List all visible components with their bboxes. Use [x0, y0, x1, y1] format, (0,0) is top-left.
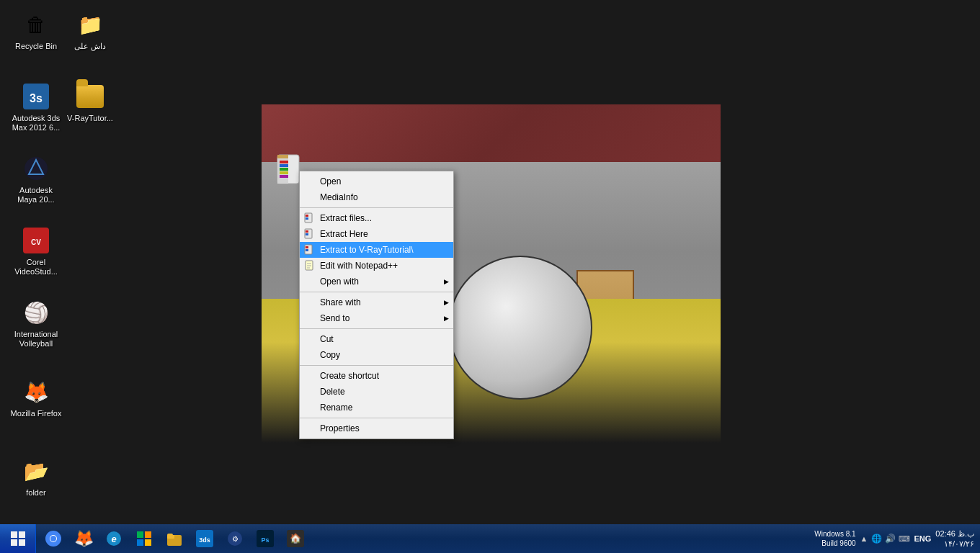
properties-label: Properties [320, 423, 360, 433]
desktop-icon-recycle-bin[interactable]: 🗑 Recycle Bin [7, 7, 65, 54]
desktop-icon-maya[interactable]: Autodesk Maya 20... [7, 151, 65, 207]
windows-build: Build 9600 [814, 539, 855, 548]
folder-arabic-label: داش علی [74, 42, 106, 51]
menu-item-rename[interactable]: Rename [300, 400, 453, 415]
menu-separator-5 [300, 418, 453, 418]
volume-icon: 🔊 [885, 534, 896, 544]
taskbar-render[interactable]: 🏠 [281, 526, 310, 552]
taskbar: 🦊 e [0, 524, 980, 553]
extract-here-icon [303, 227, 317, 241]
taskbar-firefox[interactable]: 🦊 [69, 526, 98, 552]
svg-rect-18 [306, 233, 308, 235]
edit-notepad-label: Edit with Notepad++ [320, 261, 398, 271]
keyboard-icon: ⌨ [899, 534, 910, 544]
menu-item-create-shortcut[interactable]: Create shortcut [300, 368, 453, 384]
system-tray: ▲ 🌐 🔊 ⌨ [860, 534, 910, 544]
start-button[interactable] [0, 524, 36, 553]
desktop: 🗑 Recycle Bin 📁 داش علی 3s Autodesk 3ds … [0, 0, 980, 553]
windows-info: Windows 8.1 Build 9600 [814, 529, 855, 548]
desktop-icon-corel[interactable]: CV Corel VideoStud... [7, 223, 65, 279]
taskbar-tool7[interactable]: ⚙ [220, 526, 249, 552]
taskbar-chrome[interactable] [39, 526, 68, 552]
open-label: Open [320, 176, 341, 186]
svg-rect-35 [137, 531, 143, 538]
svg-rect-15 [306, 217, 308, 220]
open-with-label: Open with [320, 276, 359, 287]
menu-item-extract-here[interactable]: Extract Here [300, 226, 453, 242]
svg-rect-38 [145, 539, 151, 546]
svg-rect-20 [306, 246, 308, 248]
svg-rect-21 [306, 249, 308, 251]
svg-text:3s: 3s [30, 92, 43, 104]
desktop-icon-vray[interactable]: V-RayTutor... [61, 79, 119, 126]
vray-icon [76, 82, 104, 111]
menu-item-copy[interactable]: Copy [300, 347, 453, 363]
menu-item-share-with[interactable]: Share with [300, 295, 453, 310]
menu-separator-1 [300, 207, 453, 208]
svg-rect-28 [11, 539, 17, 546]
copy-label: Copy [320, 350, 340, 360]
menu-item-extract-to[interactable]: Extract to V-RayTutorial\ [300, 242, 453, 258]
mediainfo-label: MediaInfo [320, 192, 358, 202]
menu-separator-2 [300, 292, 453, 292]
menu-item-delete[interactable]: Delete [300, 384, 453, 400]
taskbar-store[interactable] [130, 526, 159, 552]
menu-item-mediainfo[interactable]: MediaInfo [300, 189, 453, 205]
send-to-label: Send to [320, 313, 349, 323]
svg-rect-27 [19, 531, 25, 538]
chevron-icon[interactable]: ▲ [860, 534, 868, 543]
clock[interactable]: 02:46 ب.ظ ۱۴/۰۷/۲۶ [935, 529, 974, 549]
corel-label: Corel VideoStud... [10, 258, 62, 276]
clock-time: 02:46 ب.ظ [935, 529, 974, 539]
firefox-label: Mozilla Firefox [11, 409, 62, 418]
autodesk-3ds-label: Autodesk 3ds Max 2012 6... [10, 114, 62, 132]
desktop-icon-volleyball[interactable]: 🏐 International Volleyball [7, 295, 65, 351]
svg-rect-41 [167, 534, 173, 536]
rename-label: Rename [320, 403, 352, 413]
svg-text:CV: CV [31, 238, 41, 246]
context-menu: Open MediaInfo Extract files... [299, 171, 454, 439]
create-shortcut-label: Create shortcut [320, 371, 379, 381]
scene-ball [448, 256, 592, 400]
svg-rect-8 [280, 161, 288, 163]
notepad-icon [303, 258, 317, 273]
corel-icon: CV [22, 226, 50, 255]
windows-version: Windows 8.1 [814, 529, 855, 539]
maya-icon [22, 154, 50, 183]
taskbar-photoshop[interactable]: Ps [251, 526, 280, 552]
desktop-icon-firefox[interactable]: 🦊 Mozilla Firefox [7, 374, 65, 421]
svg-point-32 [50, 536, 56, 541]
extract-here-label: Extract Here [320, 229, 368, 239]
menu-separator-3 [300, 328, 453, 329]
taskbar-autodesk[interactable]: 3ds [190, 526, 219, 552]
svg-rect-6 [277, 155, 288, 158]
menu-item-extract-files[interactable]: Extract files... [300, 210, 453, 226]
menu-item-open[interactable]: Open [300, 174, 453, 189]
cut-label: Cut [320, 334, 334, 344]
volleyball-label: International Volleyball [10, 330, 62, 349]
clock-date: ۱۴/۰۷/۲۶ [935, 539, 974, 549]
svg-text:Ps: Ps [261, 536, 269, 544]
svg-rect-36 [145, 531, 151, 538]
language-indicator[interactable]: ENG [914, 534, 932, 543]
autodesk-3ds-icon: 3s [22, 82, 50, 111]
menu-item-properties[interactable]: Properties [300, 421, 453, 436]
desktop-icon-autodesk-3ds[interactable]: 3s Autodesk 3ds Max 2012 6... [7, 79, 65, 135]
extract-to-icon [303, 243, 317, 257]
svg-rect-14 [306, 215, 308, 217]
desktop-icon-folder[interactable]: 📂 folder [7, 454, 65, 500]
svg-rect-12 [280, 175, 288, 178]
svg-rect-11 [280, 171, 288, 174]
menu-separator-4 [300, 365, 453, 366]
taskbar-apps: 🦊 e [36, 526, 808, 552]
menu-item-edit-notepad[interactable]: Edit with Notepad++ [300, 258, 453, 274]
folder-icon: 📂 [22, 457, 50, 485]
menu-item-send-to[interactable]: Send to [300, 310, 453, 326]
desktop-icon-folder-arabic[interactable]: 📁 داش علی [61, 7, 119, 54]
menu-item-cut[interactable]: Cut [300, 331, 453, 347]
firefox-icon: 🦊 [22, 377, 50, 406]
menu-item-open-with[interactable]: Open with [300, 274, 453, 289]
recycle-bin-icon: 🗑 [22, 10, 50, 39]
taskbar-ie[interactable]: e [99, 526, 128, 552]
taskbar-explorer[interactable] [160, 526, 189, 552]
